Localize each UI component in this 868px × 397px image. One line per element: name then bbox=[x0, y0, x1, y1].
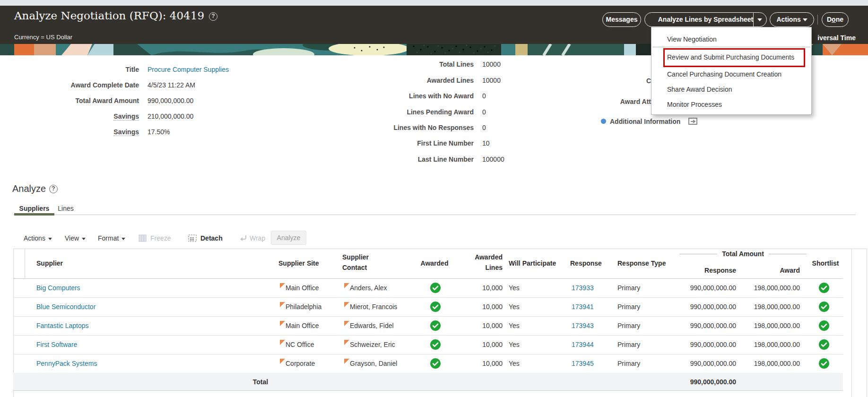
total-lines-value: 10000 bbox=[482, 60, 501, 69]
total-award-cell: 198,000,000.00 bbox=[743, 316, 800, 335]
context-flag-icon[interactable] bbox=[280, 302, 285, 307]
col-header-awarded-lines-line2[interactable]: Lines bbox=[455, 263, 503, 272]
page-title-text: Analyze Negotiation (RFQ): 40419 bbox=[14, 9, 204, 22]
lines-pending-award-value: 0 bbox=[482, 107, 486, 117]
response-type-cell: Primary bbox=[617, 335, 640, 354]
col-header-supplier-site[interactable]: Supplier Site bbox=[278, 259, 319, 268]
tab-suppliers[interactable]: Suppliers bbox=[14, 205, 54, 214]
messages-button[interactable]: Messages bbox=[602, 12, 641, 27]
total-response-cell: 990,000,000.00 bbox=[679, 335, 736, 354]
freeze-button: Freeze bbox=[150, 233, 171, 243]
award-complete-date-value: 4/5/23 11:22 AM bbox=[148, 80, 195, 90]
help-icon[interactable]: ? bbox=[49, 185, 58, 193]
context-flag-icon[interactable] bbox=[344, 283, 349, 288]
table-row: Fantastic Laptops Main Office Edwards, F… bbox=[0, 316, 868, 335]
col-header-total-response[interactable]: Response bbox=[679, 266, 736, 275]
supplier-link[interactable]: Blue Semiconductor bbox=[36, 297, 95, 316]
lines-no-award-value: 0 bbox=[482, 91, 486, 101]
context-flag-icon[interactable] bbox=[344, 359, 349, 364]
detach-button[interactable]: Detach bbox=[200, 233, 223, 243]
chevron-down-icon bbox=[122, 238, 125, 240]
context-flag-icon[interactable] bbox=[280, 321, 285, 326]
help-icon[interactable]: ? bbox=[209, 12, 217, 21]
col-header-shortlist[interactable]: Shortlist bbox=[807, 259, 844, 268]
awarded-lines-cell: 10,000 bbox=[465, 335, 503, 354]
total-response-cell: 990,000,000.00 bbox=[679, 278, 736, 297]
response-link[interactable]: 173941 bbox=[572, 297, 594, 316]
total-award-cell: 198,000,000.00 bbox=[743, 297, 800, 316]
total-response-cell: 990,000,000.00 bbox=[679, 297, 736, 316]
supplier-site-cell: NC Office bbox=[280, 335, 314, 354]
field-label-title: Title bbox=[44, 65, 139, 74]
table-row: First Software NC Office Schweizer, Eric… bbox=[0, 335, 868, 354]
table-row: Blue Semiconductor Philadelphia Mierot, … bbox=[0, 297, 868, 316]
context-flag-icon[interactable] bbox=[280, 340, 285, 345]
total-award-cell: 198,000,000.00 bbox=[743, 335, 800, 354]
col-header-response[interactable]: Response bbox=[570, 259, 602, 268]
awarded-lines-cell: 10,000 bbox=[465, 278, 503, 297]
context-flag-icon[interactable] bbox=[344, 302, 349, 307]
context-flag-icon[interactable] bbox=[344, 321, 349, 326]
popup-window-icon[interactable] bbox=[688, 118, 697, 125]
response-link[interactable]: 173945 bbox=[572, 354, 594, 373]
context-flag-icon[interactable] bbox=[344, 340, 349, 345]
will-participate-cell: Yes bbox=[509, 335, 520, 354]
col-header-awarded-lines-line1[interactable]: Awarded bbox=[455, 252, 503, 262]
page-title: Analyze Negotiation (RFQ): 40419? bbox=[14, 9, 217, 22]
response-link[interactable]: 173944 bbox=[572, 335, 594, 354]
shortlist-check-icon bbox=[819, 354, 829, 373]
field-label-total-award-amount: Total Award Amount bbox=[44, 96, 139, 105]
savings-amount-value: 210,000,000.00 bbox=[148, 112, 193, 121]
shortlist-check-icon bbox=[819, 297, 829, 316]
menu-item-cancel-purchasing[interactable]: Cancel Purchasing Document Creation bbox=[667, 69, 781, 79]
total-response-cell: 990,000,000.00 bbox=[679, 316, 736, 335]
last-line-number-value: 100000 bbox=[482, 155, 504, 164]
context-flag-icon[interactable] bbox=[280, 283, 285, 288]
field-label-lines-no-responses: Lines with No Responses bbox=[379, 123, 474, 132]
col-header-awarded[interactable]: Awarded bbox=[411, 259, 458, 268]
supplier-link[interactable]: First Software bbox=[36, 335, 77, 354]
shortlist-check-icon bbox=[819, 278, 829, 297]
col-header-supplier-contact-line1[interactable]: Supplier bbox=[342, 252, 369, 262]
response-link[interactable]: 173943 bbox=[572, 316, 594, 335]
awarded-lines-value: 10000 bbox=[482, 76, 501, 85]
analyze-lines-by-spreadsheet-button[interactable]: Analyze Lines by Spreadsheet bbox=[644, 12, 767, 27]
awarded-lines-cell: 10,000 bbox=[465, 316, 503, 335]
menu-item-share-award[interactable]: Share Award Decision bbox=[667, 85, 732, 94]
actions-label: Actions bbox=[776, 16, 800, 23]
toolbar-view-menu[interactable]: View bbox=[65, 233, 86, 243]
total-label: Total bbox=[246, 373, 275, 391]
col-header-supplier[interactable]: Supplier bbox=[36, 259, 63, 268]
col-header-will-participate[interactable]: Will Participate bbox=[509, 259, 556, 268]
col-header-supplier-contact-line2[interactable]: Contact bbox=[342, 263, 367, 272]
supplier-contact-cell: Grayson, Daniel bbox=[344, 354, 397, 373]
supplier-link[interactable]: PennyPack Systems bbox=[36, 354, 97, 373]
supplier-link[interactable]: Big Computers bbox=[36, 278, 80, 297]
will-participate-cell: Yes bbox=[509, 278, 520, 297]
title-value-link[interactable]: Procure Computer Supplies bbox=[148, 65, 229, 74]
detach-icon bbox=[188, 234, 197, 242]
supplier-contact-cell: Mierot, Francois bbox=[344, 297, 397, 316]
col-header-response-type[interactable]: Response Type bbox=[617, 259, 666, 268]
will-participate-cell: Yes bbox=[509, 354, 520, 373]
menu-item-view-negotiation[interactable]: View Negotiation bbox=[667, 35, 717, 44]
field-label-award-complete-date: Award Complete Date bbox=[44, 80, 139, 90]
supplier-link[interactable]: Fantastic Laptops bbox=[36, 316, 89, 335]
supplier-contact-cell: Schweizer, Eric bbox=[344, 335, 395, 354]
awarded-check-icon bbox=[430, 297, 441, 316]
done-button[interactable]: Done bbox=[822, 12, 849, 27]
shortlist-check-icon bbox=[819, 335, 829, 354]
context-flag-icon[interactable] bbox=[280, 359, 285, 364]
shortlist-check-icon bbox=[819, 316, 829, 335]
menu-item-monitor-processes[interactable]: Monitor Processes bbox=[667, 100, 722, 109]
toolbar-format-menu[interactable]: Format bbox=[98, 233, 125, 243]
actions-button[interactable]: Actions bbox=[770, 12, 814, 27]
response-link[interactable]: 173933 bbox=[572, 278, 594, 297]
field-label-fragment-c: C bbox=[556, 76, 651, 86]
chevron-down-icon[interactable] bbox=[757, 18, 762, 21]
active-tab-underline bbox=[14, 213, 54, 216]
tab-lines[interactable]: Lines bbox=[54, 205, 77, 214]
analyze-button-disabled: Analyze bbox=[271, 231, 306, 245]
col-header-total-award[interactable]: Award bbox=[743, 266, 800, 275]
toolbar-actions-menu[interactable]: Actions bbox=[24, 233, 52, 243]
